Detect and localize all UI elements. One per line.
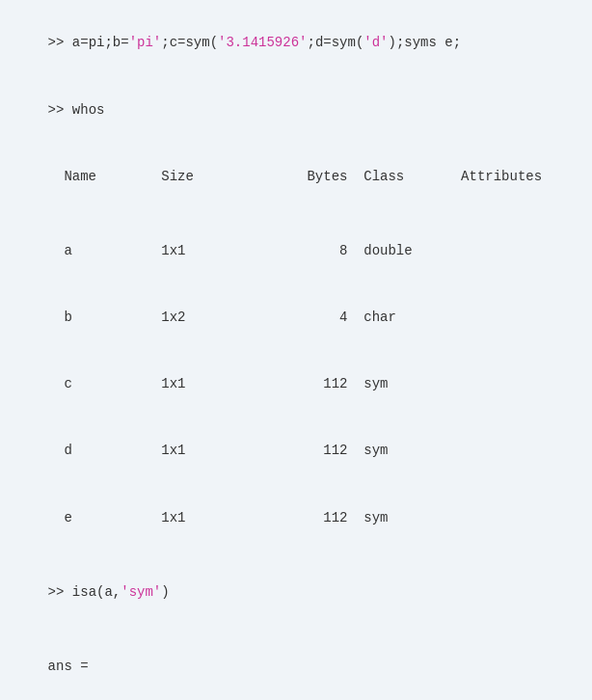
cmd-e: );syms e; xyxy=(389,35,462,50)
cmd-d-str: 'd' xyxy=(363,35,388,50)
command-isa-sym: >> isa(a,'sym') xyxy=(0,558,592,625)
row-c-name: c 1x1 112 sym xyxy=(48,376,389,391)
table-header-row: Name Size Bytes Class Attributes xyxy=(0,143,592,209)
row-a-name: a 1x1 8 double xyxy=(48,243,413,258)
blank-1 xyxy=(0,210,592,218)
cmd-a: a=pi;b= xyxy=(72,35,129,50)
cmd-c-str: '3.1415926' xyxy=(218,35,307,50)
command-line-whos: >> whos xyxy=(0,76,592,143)
cmd-c: ;c=sym( xyxy=(161,35,218,50)
row-e-name: e 1x1 112 sym xyxy=(48,510,389,525)
row-b-name: b 1x2 4 char xyxy=(48,310,396,325)
whos-cmd: whos xyxy=(72,102,105,118)
table-row-b: b 1x2 4 char xyxy=(0,284,592,351)
table-row-a: a 1x1 8 double xyxy=(0,218,592,284)
terminal-window: >> a=pi;b='pi';c=sym('3.1415926';d=sym('… xyxy=(0,0,592,700)
prompt-symbol-2: >> xyxy=(48,102,72,118)
ans-label-1: ans = xyxy=(0,633,592,700)
col-name: Name Size Bytes Class Attributes xyxy=(48,169,542,184)
table-row-e: e 1x1 112 sym xyxy=(0,484,592,551)
table-row-c: c 1x1 112 sym xyxy=(0,351,592,417)
table-row-d: d 1x1 112 sym xyxy=(0,417,592,484)
row-d-name: d 1x1 112 sym xyxy=(48,443,389,458)
cmd-b-str: 'pi' xyxy=(129,35,162,50)
prompt-symbol-1: >> xyxy=(48,35,72,50)
isa-cmd-1: isa(a, xyxy=(72,584,121,600)
cmd-d: ;d=sym( xyxy=(307,35,363,50)
isa-sym-str: 'sym' xyxy=(121,584,161,600)
isa-close-1: ) xyxy=(161,584,169,600)
ans-text-1: ans = xyxy=(48,659,89,674)
prompt-3: >> xyxy=(48,584,72,600)
blank-2 xyxy=(0,551,592,558)
command-line-1: >> a=pi;b='pi';c=sym('3.1415926';d=sym('… xyxy=(0,10,592,76)
blank-3 xyxy=(0,626,592,633)
